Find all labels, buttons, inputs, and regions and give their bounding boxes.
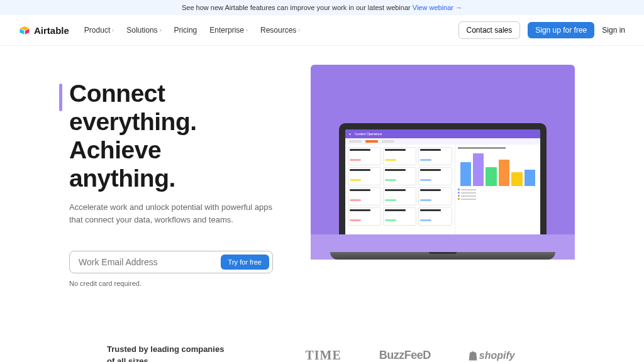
shopify-bag-icon (469, 351, 477, 361)
buzzfeed-logo: BuzzFeeD (379, 349, 431, 362)
mock-kanban (345, 145, 455, 248)
airtable-logo-icon (19, 25, 30, 36)
signup-button[interactable]: Sign up for free (528, 22, 594, 38)
hero-subtitle: Accelerate work and unlock potential wit… (69, 201, 273, 226)
contact-sales-button[interactable]: Contact sales (458, 21, 521, 39)
company-logos: TIME BuzzFeeD shopify (283, 348, 537, 362)
hero-left: Connect everything. Achieve anything. Ac… (69, 65, 273, 287)
mock-app-tabs (345, 138, 540, 145)
no-credit-text: No credit card required. (69, 280, 273, 287)
trusted-section: Trusted by leading companies of all size… (0, 312, 644, 362)
chevron-down-icon: › (246, 27, 248, 33)
announcement-banner: See how new Airtable features can improv… (0, 0, 644, 15)
signin-link[interactable]: Sign in (602, 26, 625, 35)
nav-solutions[interactable]: Solutions› (126, 26, 161, 35)
main-nav: Airtable Product› Solutions› Pricing Ent… (0, 15, 644, 46)
nav-resources[interactable]: Resources› (260, 26, 300, 35)
trusted-text: Trusted by leading companies of all size… (107, 344, 233, 362)
hero-image: Content Operations (311, 65, 575, 260)
chevron-down-icon: › (160, 27, 162, 33)
mock-chart (455, 145, 540, 248)
nav-enterprise[interactable]: Enterprise› (209, 26, 248, 35)
banner-link[interactable]: View webinar → (413, 4, 462, 11)
nav-pricing[interactable]: Pricing (174, 26, 197, 35)
try-for-free-button[interactable]: Try for free (221, 255, 269, 270)
hero-section: Connect everything. Achieve anything. Ac… (0, 46, 644, 312)
chevron-down-icon: › (112, 27, 114, 33)
hero-title: Connect everything. Achieve anything. (69, 80, 273, 192)
email-input[interactable] (79, 257, 221, 267)
chevron-down-icon: › (298, 27, 300, 33)
mock-app-header: Content Operations (345, 129, 540, 138)
shopify-logo: shopify (469, 350, 515, 361)
time-logo: TIME (305, 348, 341, 362)
nav-product[interactable]: Product› (84, 26, 114, 35)
accent-bar (59, 84, 62, 111)
email-form: Try for free (69, 251, 273, 273)
logo-text: Airtable (34, 25, 69, 36)
banner-text: See how new Airtable features can improv… (182, 4, 411, 11)
nav-links: Product› Solutions› Pricing Enterprise› … (84, 26, 300, 35)
logo[interactable]: Airtable (19, 25, 69, 36)
nav-right: Contact sales Sign up for free Sign in (458, 21, 625, 39)
